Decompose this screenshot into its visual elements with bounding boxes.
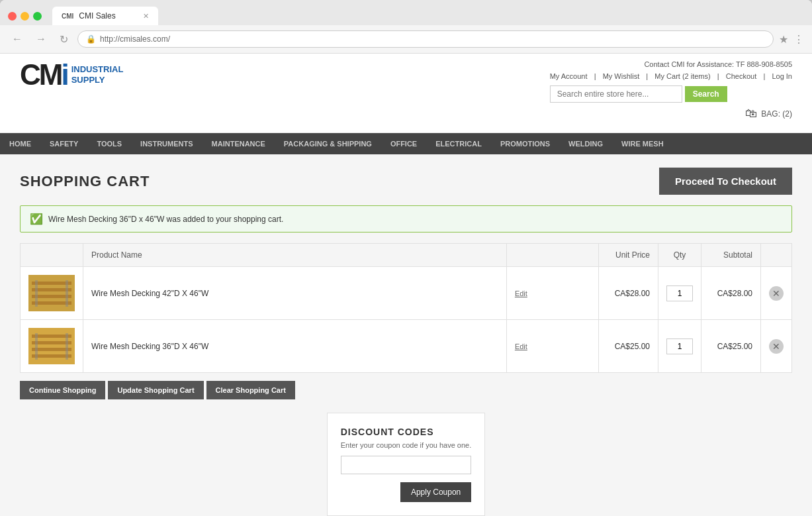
browser-window: CMI CMI Sales ✕ ← → ↻ 🔒 http://cmisales.… (0, 0, 812, 516)
edit-link-2[interactable]: Edit (515, 342, 527, 350)
nav-electrical[interactable]: ELECTRICAL (426, 133, 491, 154)
browser-titlebar: CMI CMI Sales ✕ (0, 0, 812, 25)
apply-coupon-button[interactable]: Apply Coupon (400, 482, 471, 502)
subtotal-1: CA$28.00 (717, 289, 752, 298)
svg-rect-5 (35, 280, 38, 307)
search-input[interactable] (550, 85, 682, 103)
edit-link-1[interactable]: Edit (515, 289, 527, 297)
success-icon: ✅ (30, 213, 43, 225)
address-bar[interactable]: 🔒 http://cmisales.com/ (77, 30, 774, 48)
remove-cell-1: ✕ (761, 267, 792, 320)
proceed-to-checkout-button[interactable]: Proceed To Checkout (659, 168, 792, 195)
discount-section: DISCOUNT CODES Enter your coupon code if… (327, 413, 486, 516)
svg-rect-13 (66, 333, 68, 360)
contact-info: Contact CMI for Assistance: TF 888-908-8… (550, 60, 792, 68)
main-content: SHOPPING CART Proceed To Checkout ✅ Wire… (0, 154, 812, 516)
success-message: ✅ Wire Mesh Decking 36"D x 46"W was adde… (20, 205, 792, 232)
nav-safety[interactable]: SAFETY (40, 133, 87, 154)
nav-promotions[interactable]: PROMOTIONS (491, 133, 559, 154)
success-text: Wire Mesh Decking 36"D x 46"W was added … (48, 215, 283, 224)
nav-wire-mesh[interactable]: WIRE MESH (612, 133, 673, 154)
logo-industrial: INDUSTRIAL (71, 64, 124, 75)
remove-button-1[interactable]: ✕ (769, 286, 784, 301)
nav-welding[interactable]: WELDING (559, 133, 612, 154)
discount-title: DISCOUNT CODES (341, 427, 472, 437)
minimize-window-button[interactable] (21, 12, 29, 21)
close-window-button[interactable] (8, 12, 17, 21)
remove-button-2[interactable]: ✕ (769, 339, 784, 354)
nav-instruments[interactable]: INSTRUMENTS (131, 133, 202, 154)
logo-supply: SUPPLY (71, 75, 124, 85)
unit-price-cell-2: CA$25.00 (599, 320, 658, 373)
nav-maintenance[interactable]: MAINTENANCE (203, 133, 275, 154)
col-remove (761, 244, 792, 267)
checkout-link[interactable]: Checkout (726, 72, 756, 80)
edit-cell-2: Edit (506, 320, 598, 373)
shopping-cart-header: SHOPPING CART Proceed To Checkout (20, 168, 792, 195)
subtotal-cell-1: CA$28.00 (701, 267, 761, 320)
col-subtotal: Subtotal (701, 244, 761, 267)
product-name-cell-2: Wire Mesh Decking 36"D X 46"W (83, 320, 507, 373)
table-row: Wire Mesh Decking 42"D X 46"W Edit CA$28… (21, 267, 792, 320)
clear-cart-button[interactable]: Clear Shopping Cart (206, 381, 295, 399)
cart-table: Product Name Unit Price Qty Subtotal (20, 243, 792, 373)
header-nav-links: My Account | My Wishlist | My Cart (2 it… (550, 72, 792, 80)
logo-letters: CMi (20, 58, 68, 91)
unit-price-1: CA$28.00 (615, 289, 650, 298)
edit-cell-1: Edit (506, 267, 598, 320)
product-image-2 (28, 328, 75, 364)
product-image-1 (28, 275, 75, 311)
bag-label: BAG: (2) (761, 109, 792, 119)
tab-close-button[interactable]: ✕ (143, 12, 149, 21)
reload-button[interactable]: ↻ (56, 32, 72, 47)
qty-input-1[interactable] (666, 285, 693, 301)
nav-office[interactable]: OFFICE (381, 133, 426, 154)
col-unit-price: Unit Price (599, 244, 658, 267)
nav-tools[interactable]: TOOLS (87, 133, 131, 154)
update-cart-button[interactable]: Update Shopping Cart (108, 381, 203, 399)
page-content: CMi INDUSTRIAL SUPPLY Contact CMI for As… (0, 54, 812, 516)
remove-cell-2: ✕ (761, 320, 792, 373)
product-thumbnail-1 (28, 275, 75, 311)
window-controls (8, 12, 42, 21)
qty-cell-2 (658, 320, 701, 373)
forward-button[interactable]: → (32, 32, 50, 46)
nav-home[interactable]: HOME (0, 133, 40, 154)
svg-rect-12 (35, 333, 38, 360)
tab-title: CMI Sales (79, 11, 115, 21)
my-wishlist-link[interactable]: My Wishlist (603, 72, 640, 80)
browser-tab[interactable]: CMI CMI Sales ✕ (52, 7, 158, 25)
my-cart-link[interactable]: My Cart (2 items) (654, 72, 710, 80)
product-thumbnail-2 (28, 328, 75, 364)
bag-area: 🛍 BAG: (2) (550, 107, 792, 121)
back-button[interactable]: ← (8, 32, 26, 46)
coupon-input[interactable] (341, 456, 472, 474)
bookmark-button[interactable]: ★ (779, 33, 788, 46)
search-area: Search (550, 85, 792, 103)
search-button[interactable]: Search (685, 86, 727, 102)
site-header: CMi INDUSTRIAL SUPPLY Contact CMI for As… (0, 54, 812, 133)
logo-tagline: INDUSTRIAL SUPPLY (71, 64, 124, 85)
login-link[interactable]: Log In (772, 72, 792, 80)
maximize-window-button[interactable] (33, 12, 42, 21)
product-image-cell (21, 267, 83, 320)
menu-button[interactable]: ⋮ (793, 33, 804, 46)
col-edit (506, 244, 598, 267)
discount-subtitle: Enter your coupon code if you have one. (341, 441, 472, 449)
main-navigation: HOME SAFETY TOOLS INSTRUMENTS MAINTENANC… (0, 133, 812, 154)
nav-packaging-shipping[interactable]: PACKAGING & SHIPPING (275, 133, 381, 154)
unit-price-cell-1: CA$28.00 (599, 267, 658, 320)
unit-price-2: CA$25.00 (615, 342, 650, 351)
continue-shopping-button[interactable]: Continue Shopping (20, 381, 105, 399)
cart-actions: Continue Shopping Update Shopping Cart C… (20, 381, 792, 399)
qty-input-2[interactable] (666, 338, 693, 354)
tab-favicon: CMI (62, 13, 73, 20)
header-top: CMi INDUSTRIAL SUPPLY Contact CMI for As… (20, 60, 792, 121)
my-account-link[interactable]: My Account (550, 72, 588, 80)
product-name-1: Wire Mesh Decking 42"D X 46"W (91, 289, 208, 298)
svg-rect-6 (66, 280, 68, 307)
table-row: Wire Mesh Decking 36"D X 46"W Edit CA$25… (21, 320, 792, 373)
browser-toolbar: ← → ↻ 🔒 http://cmisales.com/ ★ ⋮ (0, 25, 812, 54)
bag-icon: 🛍 (745, 107, 757, 121)
lock-icon: 🔒 (86, 34, 96, 44)
